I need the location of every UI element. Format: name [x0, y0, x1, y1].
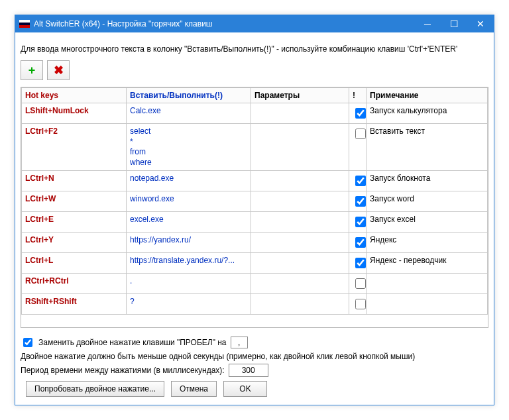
- add-button[interactable]: +: [21, 60, 43, 80]
- cell-insert[interactable]: .: [127, 274, 251, 294]
- cell-hotkey[interactable]: LShift+NumLock: [22, 103, 127, 124]
- cell-note[interactable]: Яндекс - переводчик: [367, 253, 488, 274]
- cell-params[interactable]: [251, 233, 349, 253]
- hotkeys-grid[interactable]: Hot keys Вставить/Выполнить(!) Параметры…: [21, 87, 488, 328]
- flag-checkbox[interactable]: [355, 129, 366, 139]
- delete-button[interactable]: ✖: [47, 60, 70, 80]
- cell-params[interactable]: [251, 124, 349, 171]
- cell-flag[interactable]: [349, 124, 367, 171]
- maximize-button[interactable]: ☐: [441, 15, 467, 32]
- flag-checkbox[interactable]: [355, 108, 366, 119]
- col-params[interactable]: Параметры: [251, 88, 349, 103]
- flag-checkbox[interactable]: [355, 258, 366, 268]
- cell-params[interactable]: [251, 212, 349, 233]
- cancel-button[interactable]: Отмена: [171, 381, 217, 397]
- flag-checkbox[interactable]: [355, 176, 366, 186]
- cell-insert[interactable]: excel.exe: [127, 212, 251, 233]
- toolbar: + ✖: [21, 60, 488, 80]
- window-title: Alt SwitchER (x64) - Настройка "горячих"…: [34, 19, 414, 28]
- cell-hotkey[interactable]: LCtrl+L: [22, 253, 127, 274]
- col-flag[interactable]: !: [349, 88, 367, 103]
- col-insert[interactable]: Вставить/Выполнить(!): [127, 88, 251, 103]
- table-row[interactable]: LCtrl+Nnotepad.exeЗапуск блокнота: [22, 171, 488, 191]
- cell-insert[interactable]: notepad.exe: [127, 171, 251, 191]
- flag-checkbox[interactable]: [355, 237, 366, 248]
- cell-flag[interactable]: [349, 274, 367, 294]
- cell-note[interactable]: [367, 274, 488, 294]
- cell-params[interactable]: [251, 103, 349, 124]
- cell-flag[interactable]: [349, 253, 367, 274]
- cell-params[interactable]: [251, 294, 349, 315]
- cell-flag[interactable]: [349, 233, 367, 253]
- cell-insert[interactable]: https://translate.yandex.ru/?...: [127, 253, 251, 274]
- cell-note[interactable]: [367, 294, 488, 315]
- col-hotkeys[interactable]: Hot keys: [22, 88, 127, 103]
- flag-checkbox[interactable]: [355, 196, 366, 207]
- cell-hotkey[interactable]: LCtrl+Y: [22, 233, 127, 253]
- table-row[interactable]: RShift+RShift?: [22, 294, 488, 315]
- cell-hotkey[interactable]: LCtrl+N: [22, 171, 127, 191]
- cross-icon: ✖: [54, 63, 64, 78]
- period-input[interactable]: [229, 364, 268, 377]
- minimize-button[interactable]: ─: [414, 15, 441, 32]
- cell-insert[interactable]: https://yandex.ru/: [127, 233, 251, 253]
- cell-hotkey[interactable]: RCtrl+RCtrl: [22, 274, 127, 294]
- flag-checkbox[interactable]: [355, 217, 366, 227]
- flag-checkbox[interactable]: [355, 299, 366, 309]
- cell-flag[interactable]: [349, 212, 367, 233]
- period-label: Период времени между нажатиями (в миллис…: [21, 366, 225, 375]
- cell-insert[interactable]: select * from where: [127, 124, 251, 171]
- table-row[interactable]: LCtrl+Yhttps://yandex.ru/Яндекс: [22, 233, 488, 253]
- table-row[interactable]: LCtrl+Lhttps://translate.yandex.ru/?...Я…: [22, 253, 488, 274]
- table-row[interactable]: LCtrl+Wwinword.exeЗапуск word: [22, 191, 488, 212]
- cell-hotkey[interactable]: LCtrl+F2: [22, 124, 127, 171]
- cell-flag[interactable]: [349, 103, 367, 124]
- table-row[interactable]: LCtrl+F2select * from whereВставить текс…: [22, 124, 488, 171]
- cell-insert[interactable]: ?: [127, 294, 251, 315]
- dialog-window: Alt SwitchER (x64) - Настройка "горячих"…: [15, 15, 494, 405]
- cell-note[interactable]: Яндекс: [367, 233, 488, 253]
- cell-note[interactable]: Запуск блокнота: [367, 171, 488, 191]
- app-icon: [19, 20, 30, 28]
- cell-note[interactable]: Вставить текст: [367, 124, 488, 171]
- replace-space-label[interactable]: Заменить двойное нажатие клавиши "ПРОБЕЛ…: [38, 338, 227, 347]
- cell-params[interactable]: [251, 171, 349, 191]
- table-row[interactable]: LCtrl+Eexcel.exeЗапуск excel: [22, 212, 488, 233]
- cell-flag[interactable]: [349, 191, 367, 212]
- try-double-press-button[interactable]: Попробовать двойное нажатие...: [26, 381, 164, 397]
- flag-checkbox[interactable]: [355, 278, 366, 289]
- instruction-text: Для ввода многострочного текста в колонк…: [21, 44, 488, 54]
- cell-note[interactable]: Запуск excel: [367, 212, 488, 233]
- header-row: Hot keys Вставить/Выполнить(!) Параметры…: [22, 88, 488, 103]
- cell-params[interactable]: [251, 253, 349, 274]
- cell-flag[interactable]: [349, 294, 367, 315]
- cell-insert[interactable]: winword.exe: [127, 191, 251, 212]
- cell-params[interactable]: [251, 274, 349, 294]
- plus-icon: +: [28, 64, 36, 78]
- cell-note[interactable]: Запуск word: [367, 191, 488, 212]
- ok-button[interactable]: OK: [223, 381, 267, 397]
- table-row[interactable]: RCtrl+RCtrl.: [22, 274, 488, 294]
- table-row[interactable]: LShift+NumLockCalc.exeЗапуск калькулятор…: [22, 103, 488, 124]
- cell-hotkey[interactable]: RShift+RShift: [22, 294, 127, 315]
- close-button[interactable]: ✕: [467, 15, 494, 32]
- replace-char-input[interactable]: [231, 337, 248, 348]
- col-note[interactable]: Примечание: [367, 88, 488, 103]
- bottom-panel: Заменить двойное нажатие клавиши "ПРОБЕЛ…: [21, 328, 488, 399]
- cell-params[interactable]: [251, 191, 349, 212]
- cell-hotkey[interactable]: LCtrl+W: [22, 191, 127, 212]
- replace-space-checkbox[interactable]: [23, 338, 32, 347]
- double-press-hint: Двойное нажатие должно быть меньше одной…: [21, 352, 488, 361]
- cell-insert[interactable]: Calc.exe: [127, 103, 251, 124]
- cell-flag[interactable]: [349, 171, 367, 191]
- titlebar[interactable]: Alt SwitchER (x64) - Настройка "горячих"…: [15, 15, 494, 32]
- cell-hotkey[interactable]: LCtrl+E: [22, 212, 127, 233]
- cell-note[interactable]: Запуск калькулятора: [367, 103, 488, 124]
